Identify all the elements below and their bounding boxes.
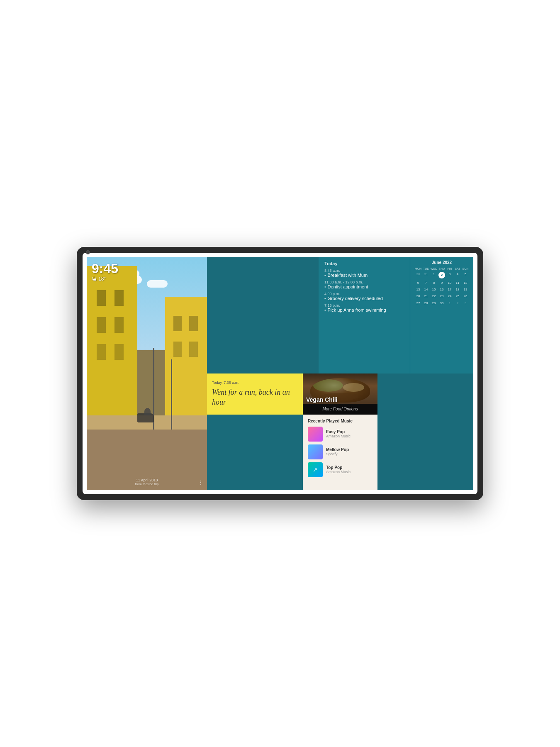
street-scene [87, 257, 207, 490]
device-frame: 9:45 🌤 18° 11 April 2018 from Mexico tri… [77, 247, 483, 500]
agenda-time-3: 4:00 p.m. [324, 292, 404, 296]
agenda-time-1: 8:45 a.m. [324, 269, 404, 273]
bullet-3: • [324, 296, 326, 301]
bullet-2: • [324, 285, 326, 289]
cal-day-11: 11 [454, 280, 461, 286]
agenda-event-1: • Breakfast with Mum [324, 273, 404, 278]
cal-day-12: 12 [462, 280, 469, 286]
cal-day-15: 15 [430, 286, 438, 293]
food-panel[interactable]: What To Eat? Vegan Chili More Food Optio… [303, 374, 377, 415]
cal-header-sun: SUN [462, 267, 469, 271]
weather-icon: 🌤 [92, 276, 97, 282]
time-display: 9:45 [92, 262, 118, 275]
cal-day-23: 23 [438, 293, 446, 299]
cal-day-14: 14 [422, 286, 430, 293]
cal-day-1: 1 [430, 271, 438, 279]
photo-date: 11 April 2018 [135, 478, 159, 482]
photo-source: from Mexico trip [135, 482, 159, 486]
cal-day-21: 21 [422, 293, 430, 299]
cal-day-5: 5 [462, 271, 469, 279]
cal-day-22: 22 [430, 293, 438, 299]
cal-header-sat: SAT [454, 267, 461, 271]
cal-header-wed: WED [430, 267, 438, 271]
cal-day-20: 20 [414, 293, 422, 299]
cal-day-26: 26 [462, 293, 469, 299]
music-source-2: Spotify [326, 452, 349, 456]
cal-day-2-today[interactable]: 2 [438, 271, 446, 279]
bullet-1: • [324, 273, 326, 278]
screen-top: Today 8:45 a.m. • Breakfast with Mum 11:… [207, 257, 473, 374]
sticky-time: Today, 7:35 a.m. [212, 381, 298, 385]
music-source-3: Amazon Music [326, 470, 351, 474]
cal-day-7: 7 [422, 280, 430, 286]
music-name-3: Top Pop [326, 465, 351, 470]
cal-day-24: 24 [446, 293, 453, 299]
cal-header-mon: MON [414, 267, 422, 271]
music-item-3[interactable]: ↗ Top Pop Amazon Music [308, 462, 373, 477]
cal-day-27: 27 [414, 300, 422, 306]
cal-day-13: 13 [414, 286, 422, 293]
music-source-1: Amazon Music [326, 434, 351, 438]
cal-day-6: 6 [414, 280, 422, 286]
device-inner: 9:45 🌤 18° 11 April 2018 from Mexico tri… [83, 253, 477, 494]
screen: 9:45 🌤 18° 11 April 2018 from Mexico tri… [87, 257, 473, 490]
photo-panel: 9:45 🌤 18° 11 April 2018 from Mexico tri… [87, 257, 207, 490]
music-info-2: Mellow Pop Spotify [326, 447, 349, 456]
agenda-event-2: • Dentist appointment [324, 284, 404, 289]
music-thumb-1 [308, 427, 323, 442]
food-more-text: More Food Options [322, 407, 358, 411]
music-name-2: Mellow Pop [326, 447, 349, 452]
music-info-1: Easy Pop Amazon Music [326, 430, 351, 438]
music-item-1[interactable]: Easy Pop Amazon Music [308, 427, 373, 442]
cal-day-18: 18 [454, 286, 461, 293]
cal-day-30a: 30 [414, 271, 422, 279]
music-panel: Recently Played Music Easy Pop Amazon Mu… [303, 415, 377, 490]
agenda-event-3: • Grocery delivery scheduled [324, 296, 404, 301]
cal-day-19: 19 [462, 286, 469, 293]
agenda-item-1: 8:45 a.m. • Breakfast with Mum [324, 269, 404, 278]
sticky-text: Went for a run, back in an hour [212, 387, 298, 408]
cal-day-1b: 1 [446, 300, 453, 306]
music-name-1: Easy Pop [326, 430, 351, 434]
cal-day-29: 29 [430, 300, 438, 306]
cloud-3 [147, 280, 168, 288]
cal-day-8: 8 [430, 280, 438, 286]
pole-2 [171, 359, 172, 430]
time-widget: 9:45 🌤 18° [92, 262, 118, 282]
music-item-2[interactable]: Mellow Pop Spotify [308, 444, 373, 459]
agenda-event-4: • Pick up Anna from swimming [324, 308, 404, 312]
cal-day-16: 16 [438, 286, 446, 293]
rider [144, 408, 151, 415]
cal-header-thu: THU [438, 267, 446, 271]
cal-day-3: 3 [446, 271, 453, 279]
camera-dot [86, 250, 90, 254]
cal-day-25: 25 [454, 293, 461, 299]
agenda-time-2: 11:00 a.m. - 12:00 p.m. [324, 280, 404, 284]
music-thumb-3: ↗ [308, 462, 323, 477]
agenda-time-4: 7:15 p.m. [324, 303, 404, 308]
music-info-3: Top Pop Amazon Music [326, 465, 351, 474]
calendar-month: June 2022 [414, 260, 469, 265]
music-title: Recently Played Music [308, 419, 373, 423]
cal-day-9: 9 [438, 280, 446, 286]
cal-day-31: 31 [422, 271, 430, 279]
photo-menu-icon[interactable]: ⋮ [198, 479, 204, 486]
sticky-note[interactable]: Today, 7:35 a.m. Went for a run, back in… [207, 374, 303, 415]
cal-day-2b: 2 [454, 300, 461, 306]
calendar-panel: June 2022 MON TUE WED THU FRI SAT SUN 30… [410, 257, 473, 374]
cal-day-30b: 30 [438, 300, 446, 306]
agenda-panel: Today 8:45 a.m. • Breakfast with Mum 11:… [319, 257, 410, 374]
agenda-item-4: 7:15 p.m. • Pick up Anna from swimming [324, 303, 404, 312]
cal-day-4: 4 [454, 271, 461, 279]
cal-header-tue: TUE [422, 267, 430, 271]
building-left [87, 266, 137, 425]
bullet-4: • [324, 308, 326, 312]
cal-day-10: 10 [446, 280, 453, 286]
agenda-item-2: 11:00 a.m. - 12:00 p.m. • Dentist appoin… [324, 280, 404, 289]
temperature: 18° [98, 276, 106, 282]
bottom-row: Recently Played Music Easy Pop Amazon Mu… [207, 374, 473, 490]
food-more-options[interactable]: More Food Options [303, 404, 377, 415]
cal-header-fri: FRI [446, 267, 453, 271]
photo-info: 11 April 2018 from Mexico trip [135, 478, 159, 486]
music-thumb-2 [308, 444, 323, 459]
